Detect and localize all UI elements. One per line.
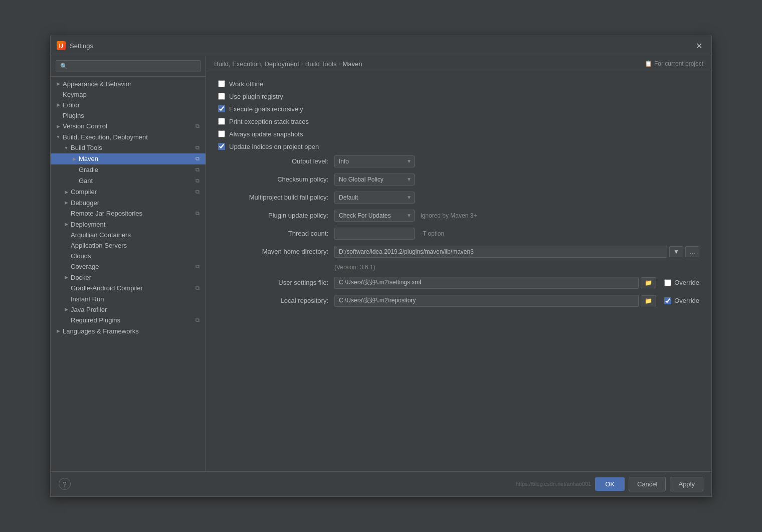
search-input[interactable] bbox=[56, 60, 201, 72]
user-settings-input[interactable] bbox=[334, 277, 639, 289]
checkbox-row-work-offline: Work offline bbox=[218, 80, 699, 88]
select-plugin-update[interactable]: Check For UpdatesDailyAlwaysNever bbox=[334, 210, 415, 222]
sidebar-item-languages[interactable]: ▶Languages & Frameworks bbox=[51, 326, 206, 336]
select-checksum-policy[interactable]: No Global PolicyFailWarnIgnore bbox=[334, 173, 415, 186]
checkbox-label-always-update: Always update snapshots bbox=[229, 130, 303, 138]
cancel-button[interactable]: Cancel bbox=[629, 477, 666, 491]
close-button[interactable]: ✕ bbox=[693, 40, 705, 52]
breadcrumb-part-1: Build, Execution, Deployment bbox=[214, 60, 299, 68]
checkbox-row-execute-goals: Execute goals recursively bbox=[218, 105, 699, 113]
sidebar-label-clouds: Clouds bbox=[70, 252, 202, 260]
copy-icon-version-control: ⧉ bbox=[194, 122, 202, 130]
sidebar-label-compiler: Compiler bbox=[70, 188, 192, 196]
user-settings-browse-btn[interactable]: 📁 bbox=[641, 277, 656, 288]
bottom-right: https://blog.csdn.net/anhao001 OK Cancel… bbox=[516, 477, 703, 491]
checkbox-use-plugin-registry[interactable] bbox=[218, 93, 225, 100]
checkbox-update-indices[interactable] bbox=[218, 143, 225, 150]
field-label-thread-count: Thread count: bbox=[218, 230, 328, 237]
field-label-checksum-policy: Checksum policy: bbox=[218, 175, 328, 183]
sidebar-item-java-profiler[interactable]: ▶Java Profiler bbox=[51, 304, 206, 315]
sidebar-item-required-plugins[interactable]: Required Plugins⧉ bbox=[51, 315, 206, 326]
apply-button[interactable]: Apply bbox=[670, 477, 703, 491]
sidebar-item-debugger[interactable]: ▶Debugger bbox=[51, 198, 206, 208]
checkbox-print-exception[interactable] bbox=[218, 118, 225, 125]
checkbox-label-execute-goals: Execute goals recursively bbox=[229, 105, 303, 113]
sidebar-item-appearance[interactable]: ▶Appearance & Behavior bbox=[51, 79, 206, 89]
breadcrumb-part-2: Build Tools bbox=[305, 60, 337, 68]
field-row-output-level: Output level:InfoDebugError▼ bbox=[218, 155, 699, 167]
maven-home-dropdown-btn[interactable]: ▼ bbox=[669, 246, 683, 257]
sidebar-item-gradle[interactable]: Gradle⧉ bbox=[51, 164, 206, 175]
sidebar-item-gradle-android[interactable]: Gradle-Android Compiler⧉ bbox=[51, 283, 206, 294]
thread-count-input[interactable] bbox=[334, 228, 415, 240]
title-bar-left: IJ Settings bbox=[57, 41, 93, 50]
maven-home-browse-btn[interactable]: … bbox=[685, 246, 699, 257]
sidebar-label-build-tools: Build Tools bbox=[70, 144, 192, 151]
maven-home-input[interactable] bbox=[334, 246, 667, 258]
tree-arrow-maven: ▶ bbox=[71, 156, 78, 161]
select-multiproject-policy[interactable]: DefaultFail At EndNever FailFail Fast bbox=[334, 192, 415, 204]
copy-icon-remote-jar: ⧉ bbox=[194, 210, 202, 218]
ok-button[interactable]: OK bbox=[595, 477, 625, 491]
tree-arrow-editor: ▶ bbox=[55, 102, 62, 107]
sidebar-item-clouds[interactable]: Clouds bbox=[51, 251, 206, 261]
sidebar-item-deployment[interactable]: ▶Deployment bbox=[51, 219, 206, 230]
field-label-plugin-update: Plugin update policy: bbox=[218, 212, 328, 219]
help-button[interactable]: ? bbox=[59, 478, 71, 490]
override-wrap-user-settings: Override bbox=[664, 279, 699, 286]
sidebar-label-app-servers: Application Servers bbox=[70, 242, 202, 249]
local-repo-input[interactable] bbox=[334, 295, 639, 307]
sidebar-item-gant[interactable]: Gant⧉ bbox=[51, 175, 206, 187]
sidebar-label-keymap: Keymap bbox=[62, 91, 202, 98]
copy-icon-maven: ⧉ bbox=[194, 155, 202, 163]
checkbox-label-work-offline: Work offline bbox=[229, 80, 263, 88]
right-panel: Build, Execution, Deployment › Build Too… bbox=[206, 56, 711, 471]
sidebar-item-app-servers[interactable]: Application Servers bbox=[51, 240, 206, 251]
copy-icon-gant: ⧉ bbox=[194, 177, 202, 185]
for-project-label: For current project bbox=[654, 60, 703, 67]
sidebar-label-coverage: Coverage bbox=[70, 263, 192, 270]
field-label-local-repo: Local repository: bbox=[218, 297, 328, 304]
bottom-left: ? bbox=[59, 478, 71, 490]
sidebar-item-keymap[interactable]: Keymap bbox=[51, 89, 206, 100]
override-checkbox-local-repo[interactable] bbox=[664, 297, 671, 304]
sidebar-label-version-control: Version Control bbox=[62, 122, 192, 130]
breadcrumb-bar: Build, Execution, Deployment › Build Too… bbox=[206, 56, 711, 72]
sidebar-item-arquillian[interactable]: Arquillian Containers bbox=[51, 230, 206, 240]
breadcrumb-part-3: Maven bbox=[342, 60, 362, 68]
for-project: 📋 For current project bbox=[645, 60, 703, 67]
local-repo-browse-btn[interactable]: 📁 bbox=[641, 295, 656, 306]
sidebar-label-gradle-android: Gradle-Android Compiler bbox=[70, 284, 192, 292]
main-content: ▶Appearance & BehaviorKeymap▶EditorPlugi… bbox=[51, 56, 711, 471]
checkbox-always-update[interactable] bbox=[218, 130, 225, 137]
override-label-local-repo: Override bbox=[674, 297, 699, 304]
sidebar-item-compiler[interactable]: ▶Compiler⧉ bbox=[51, 187, 206, 198]
sidebar-item-coverage[interactable]: Coverage⧉ bbox=[51, 261, 206, 272]
sidebar-item-build-exec[interactable]: ▼Build, Execution, Deployment bbox=[51, 132, 206, 142]
override-checkbox-user-settings[interactable] bbox=[664, 279, 671, 286]
sidebar-item-instant-run[interactable]: Instant Run bbox=[51, 294, 206, 304]
tree-arrow-deployment: ▶ bbox=[63, 222, 70, 227]
sidebar-item-maven[interactable]: ▶Maven⧉ bbox=[51, 153, 206, 164]
override-label-user-settings: Override bbox=[674, 279, 699, 286]
sidebar-item-editor[interactable]: ▶Editor bbox=[51, 100, 206, 110]
field-row-thread-count: Thread count:-T option bbox=[218, 228, 699, 240]
sidebar-item-version-control[interactable]: ▶Version Control⧉ bbox=[51, 121, 206, 132]
tree-arrow-compiler: ▶ bbox=[63, 190, 70, 195]
checkbox-work-offline[interactable] bbox=[218, 80, 225, 87]
checkbox-execute-goals[interactable] bbox=[218, 105, 225, 112]
sidebar-item-remote-jar[interactable]: Remote Jar Repositories⧉ bbox=[51, 208, 206, 219]
checkbox-label-print-exception: Print exception stack traces bbox=[229, 118, 309, 125]
sidebar-label-java-profiler: Java Profiler bbox=[70, 306, 202, 313]
sidebar-label-languages: Languages & Frameworks bbox=[62, 327, 202, 335]
field-row-checksum-policy: Checksum policy:No Global PolicyFailWarn… bbox=[218, 173, 699, 186]
sidebar-item-build-tools[interactable]: ▼Build Tools⧉ bbox=[51, 142, 206, 153]
tree-arrow-version-control: ▶ bbox=[55, 124, 62, 129]
select-output-level[interactable]: InfoDebugError bbox=[334, 155, 415, 167]
plugin-update-hint: ignored by Maven 3+ bbox=[421, 212, 477, 219]
sidebar-item-plugins[interactable]: Plugins bbox=[51, 110, 206, 121]
checkbox-label-update-indices: Update indices on project open bbox=[229, 143, 319, 150]
settings-area: Work offlineUse plugin registryExecute g… bbox=[206, 72, 711, 471]
sidebar-item-docker[interactable]: ▶Docker bbox=[51, 272, 206, 283]
settings-dialog: IJ Settings ✕ ▶Appearance & BehaviorKeym… bbox=[50, 36, 712, 497]
